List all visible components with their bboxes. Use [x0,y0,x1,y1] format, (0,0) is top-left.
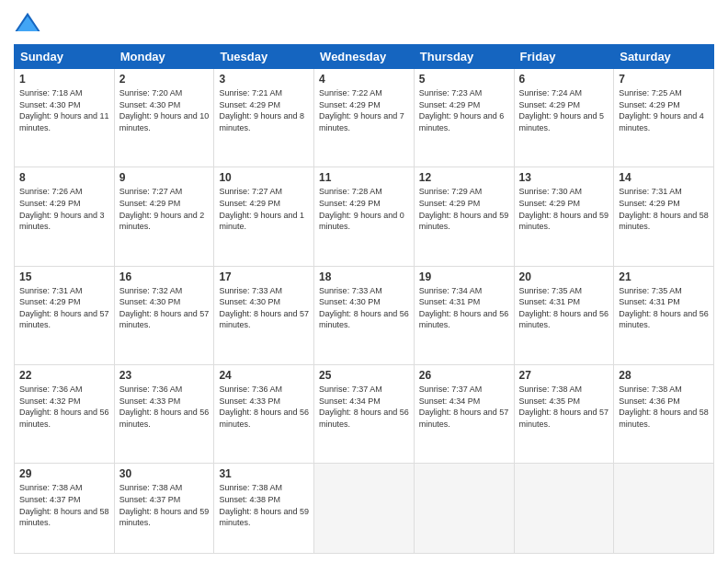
sunrise-label: Sunrise: 7:37 AM [419,385,483,394]
day-info: Sunrise: 7:30 AM Sunset: 4:29 PM Dayligh… [519,186,609,232]
sunset-label: Sunset: 4:34 PM [319,396,381,406]
day-number: 25 [319,369,409,382]
calendar-cell: 14 Sunrise: 7:31 AM Sunset: 4:29 PM Dayl… [614,167,714,266]
calendar-cell: 21 Sunrise: 7:35 AM Sunset: 4:31 PM Dayl… [614,266,714,364]
day-number: 20 [519,270,609,283]
daylight-label: Daylight: 8 hours and 59 minutes. [219,507,309,528]
sunset-label: Sunset: 4:34 PM [419,396,481,406]
sunrise-label: Sunrise: 7:32 AM [119,286,183,295]
calendar-row: 15 Sunrise: 7:31 AM Sunset: 4:29 PM Dayl… [15,266,714,364]
calendar-cell: 26 Sunrise: 7:37 AM Sunset: 4:34 PM Dayl… [414,365,514,464]
calendar-cell: 30 Sunrise: 7:38 AM Sunset: 4:37 PM Dayl… [114,464,214,554]
day-info: Sunrise: 7:38 AM Sunset: 4:37 PM Dayligh… [19,482,109,528]
calendar-cell: 2 Sunrise: 7:20 AM Sunset: 4:30 PM Dayli… [114,69,214,167]
sunset-label: Sunset: 4:33 PM [119,396,181,406]
day-number: 19 [419,270,509,283]
day-info: Sunrise: 7:35 AM Sunset: 4:31 PM Dayligh… [619,285,709,331]
calendar-row: 29 Sunrise: 7:38 AM Sunset: 4:37 PM Dayl… [15,464,714,554]
calendar-cell: 29 Sunrise: 7:38 AM Sunset: 4:37 PM Dayl… [15,464,115,554]
day-info: Sunrise: 7:37 AM Sunset: 4:34 PM Dayligh… [419,384,509,430]
calendar-cell: 27 Sunrise: 7:38 AM Sunset: 4:35 PM Dayl… [514,365,614,464]
day-number: 7 [619,73,709,86]
daylight-label: Daylight: 9 hours and 0 minutes. [319,211,404,232]
day-info: Sunrise: 7:23 AM Sunset: 4:29 PM Dayligh… [419,87,509,133]
sunrise-label: Sunrise: 7:36 AM [219,385,282,394]
sunrise-label: Sunrise: 7:18 AM [19,88,83,98]
sunrise-label: Sunrise: 7:27 AM [219,187,282,196]
day-info: Sunrise: 7:34 AM Sunset: 4:31 PM Dayligh… [419,285,509,331]
sunset-label: Sunset: 4:33 PM [219,396,280,406]
daylight-label: Daylight: 8 hours and 56 minutes. [19,408,109,429]
day-number: 4 [319,73,409,86]
calendar-cell [614,464,714,554]
day-info: Sunrise: 7:31 AM Sunset: 4:29 PM Dayligh… [619,186,709,232]
sunrise-label: Sunrise: 7:34 AM [419,286,483,295]
daylight-label: Daylight: 9 hours and 10 minutes. [119,111,210,132]
day-info: Sunrise: 7:38 AM Sunset: 4:35 PM Dayligh… [519,384,609,430]
sunrise-label: Sunrise: 7:35 AM [619,286,682,295]
sunrise-label: Sunrise: 7:20 AM [119,88,183,98]
day-info: Sunrise: 7:36 AM Sunset: 4:33 PM Dayligh… [219,384,309,430]
sunrise-label: Sunrise: 7:29 AM [419,187,483,196]
sunset-label: Sunset: 4:37 PM [19,495,81,504]
day-number: 11 [319,171,409,184]
page: SundayMondayTuesdayWednesdayThursdayFrid… [0,0,728,563]
sunrise-label: Sunrise: 7:23 AM [419,88,483,98]
calendar-cell: 25 Sunrise: 7:37 AM Sunset: 4:34 PM Dayl… [314,365,415,464]
day-info: Sunrise: 7:22 AM Sunset: 4:29 PM Dayligh… [319,87,409,133]
day-info: Sunrise: 7:20 AM Sunset: 4:30 PM Dayligh… [119,87,210,133]
day-number: 24 [219,369,309,382]
daylight-label: Daylight: 8 hours and 56 minutes. [319,408,409,429]
sunrise-label: Sunrise: 7:27 AM [119,187,183,196]
sunset-label: Sunset: 4:29 PM [619,199,680,208]
day-info: Sunrise: 7:37 AM Sunset: 4:34 PM Dayligh… [319,384,409,430]
sunset-label: Sunset: 4:38 PM [219,495,280,504]
calendar-cell: 12 Sunrise: 7:29 AM Sunset: 4:29 PM Dayl… [414,167,514,266]
daylight-label: Daylight: 9 hours and 8 minutes. [219,111,304,132]
daylight-label: Daylight: 8 hours and 56 minutes. [319,309,409,330]
day-number: 6 [519,73,609,86]
sunrise-label: Sunrise: 7:38 AM [219,483,282,492]
calendar-cell: 24 Sunrise: 7:36 AM Sunset: 4:33 PM Dayl… [214,365,314,464]
calendar-cell [314,464,415,554]
logo [14,9,45,37]
daylight-label: Daylight: 8 hours and 56 minutes. [219,408,309,429]
calendar-row: 1 Sunrise: 7:18 AM Sunset: 4:30 PM Dayli… [15,69,714,167]
sunset-label: Sunset: 4:30 PM [19,100,81,109]
calendar-cell: 9 Sunrise: 7:27 AM Sunset: 4:29 PM Dayli… [114,167,214,266]
daylight-label: Daylight: 8 hours and 58 minutes. [619,408,709,429]
day-number: 21 [619,270,709,283]
sunset-label: Sunset: 4:29 PM [19,297,81,306]
sunrise-label: Sunrise: 7:28 AM [319,187,382,196]
daylight-label: Daylight: 9 hours and 5 minutes. [519,111,605,132]
sunset-label: Sunset: 4:29 PM [119,199,181,208]
header [14,9,714,37]
sunset-label: Sunset: 4:31 PM [519,297,581,306]
daylight-label: Daylight: 9 hours and 4 minutes. [619,111,704,132]
sunrise-label: Sunrise: 7:31 AM [19,286,83,295]
sunrise-label: Sunrise: 7:31 AM [619,187,682,196]
day-info: Sunrise: 7:28 AM Sunset: 4:29 PM Dayligh… [319,186,409,232]
sunset-label: Sunset: 4:30 PM [219,297,280,306]
daylight-label: Daylight: 9 hours and 11 minutes. [19,111,109,132]
daylight-label: Daylight: 9 hours and 3 minutes. [19,211,105,232]
sunrise-label: Sunrise: 7:33 AM [319,286,382,295]
calendar-cell: 1 Sunrise: 7:18 AM Sunset: 4:30 PM Dayli… [15,69,115,167]
day-info: Sunrise: 7:29 AM Sunset: 4:29 PM Dayligh… [419,186,509,232]
calendar-body: 1 Sunrise: 7:18 AM Sunset: 4:30 PM Dayli… [15,69,714,554]
daylight-label: Daylight: 8 hours and 58 minutes. [19,507,109,528]
calendar-cell: 31 Sunrise: 7:38 AM Sunset: 4:38 PM Dayl… [214,464,314,554]
calendar-cell: 28 Sunrise: 7:38 AM Sunset: 4:36 PM Dayl… [614,365,714,464]
sunrise-label: Sunrise: 7:36 AM [19,385,83,394]
daylight-label: Daylight: 8 hours and 58 minutes. [619,211,709,232]
calendar-cell: 16 Sunrise: 7:32 AM Sunset: 4:30 PM Dayl… [114,266,214,364]
day-number: 30 [119,467,210,480]
calendar-cell: 13 Sunrise: 7:30 AM Sunset: 4:29 PM Dayl… [514,167,614,266]
day-info: Sunrise: 7:21 AM Sunset: 4:29 PM Dayligh… [219,87,309,133]
day-number: 8 [19,171,109,184]
day-number: 22 [19,369,109,382]
day-info: Sunrise: 7:33 AM Sunset: 4:30 PM Dayligh… [319,285,409,331]
day-info: Sunrise: 7:26 AM Sunset: 4:29 PM Dayligh… [19,186,109,232]
sunset-label: Sunset: 4:29 PM [419,199,481,208]
sunset-label: Sunset: 4:36 PM [619,396,680,406]
